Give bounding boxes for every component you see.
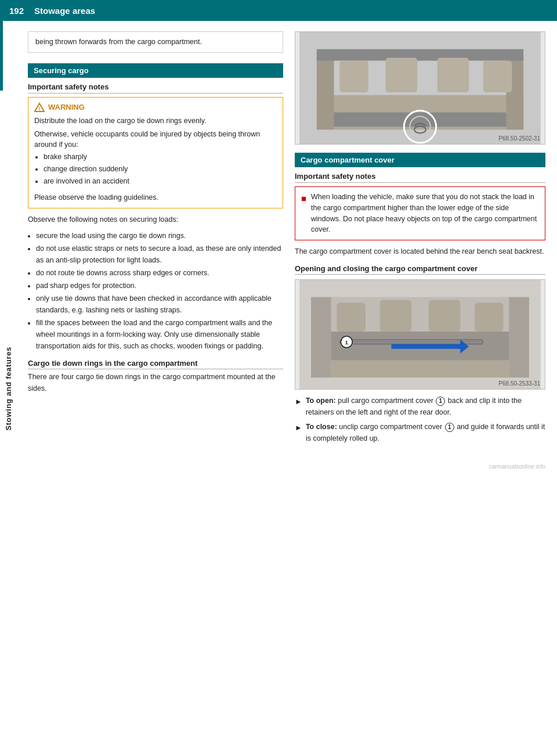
image2-caption: P68.50-2533-31 xyxy=(498,380,540,387)
safety-notes-title: Important safety notes xyxy=(28,82,283,93)
hazard-text: When loading the vehicle, make sure that… xyxy=(311,192,539,235)
hazard-box: ■ When loading the vehicle, make sure th… xyxy=(295,186,545,240)
securing-bullet-1: secure the load using the cargo tie down… xyxy=(36,230,283,242)
top-warning-text: being thrown forwards from the cargo com… xyxy=(35,38,202,46)
svg-rect-24 xyxy=(429,300,460,332)
warning-triangle-icon: ! xyxy=(34,102,45,113)
hazard-row: ■ When loading the vehicle, make sure th… xyxy=(301,192,539,235)
observe-notes-para: Observe the following notes on securing … xyxy=(28,214,283,225)
warning-bullet-list: brake sharply change direction suddenly … xyxy=(44,152,277,186)
right-column: P68.50-2502-31 Cargo compartment cover I… xyxy=(295,31,545,470)
warning-bullet-2: change direction suddenly xyxy=(44,164,277,175)
chapter-title: Stowage areas xyxy=(34,6,95,16)
svg-rect-11 xyxy=(334,113,507,127)
warning-line-guidelines: Please observe the loading guidelines. xyxy=(34,192,277,203)
opening-closing-heading: Opening and closing the cargo compartmen… xyxy=(295,264,545,275)
left-column: being thrown forwards from the cargo com… xyxy=(28,31,283,470)
sidebar-label-text: Stowing and features xyxy=(4,347,13,430)
warning-line-2: Otherwise, vehicle occupants could be in… xyxy=(34,129,277,151)
to-open-instruction: ► To open: pull cargo compartment cover … xyxy=(295,395,545,418)
hazard-icon: ■ xyxy=(301,192,306,235)
svg-rect-20 xyxy=(509,297,529,378)
svg-rect-21 xyxy=(331,361,509,378)
cargo-tie-down-text: There are four cargo tie down rings in t… xyxy=(28,372,283,394)
arrow-right-icon-close: ► xyxy=(295,422,302,444)
cargo-cover-section: Cargo compartment cover Important safety… xyxy=(295,153,545,444)
svg-rect-7 xyxy=(339,60,368,92)
cargo-cover-image: 1 P68.50-2533-31 xyxy=(295,279,545,390)
svg-rect-9 xyxy=(437,58,469,92)
warning-line-1: Distribute the load on the cargo tie dow… xyxy=(34,116,277,127)
svg-rect-8 xyxy=(386,58,417,92)
securing-bullet-4: pad sharp edges for protection. xyxy=(36,280,283,291)
securing-cargo-header: Securing cargo xyxy=(28,63,283,78)
sidebar-label: Stowing and features xyxy=(0,21,16,756)
securing-bullet-2: do not use elastic straps or nets to sec… xyxy=(36,243,283,266)
securing-bullet-6: fill the spaces between the load and the… xyxy=(36,317,283,352)
svg-rect-23 xyxy=(380,300,411,332)
arrow-right-icon-open: ► xyxy=(295,396,302,418)
to-close-instruction: ► To close: unclip cargo compartment cov… xyxy=(295,422,545,444)
circle-num-close: 1 xyxy=(445,423,454,432)
svg-rect-19 xyxy=(311,297,331,378)
to-close-text: To close: unclip cargo compartment cover… xyxy=(306,422,545,444)
svg-rect-4 xyxy=(317,55,334,130)
location-text: The cargo compartment cover is located b… xyxy=(295,246,545,257)
image1-caption: P68.50-2502-31 xyxy=(498,135,540,142)
cargo-cover-safety-title: Important safety notes xyxy=(295,172,545,183)
securing-bullet-3: do not route tie downs across sharp edge… xyxy=(36,267,283,279)
sidebar-accent xyxy=(0,21,3,91)
securing-bullet-5: only use tie downs that have been checke… xyxy=(36,293,283,316)
circle-num-open: 1 xyxy=(436,397,445,406)
warning-title: ! WARNING xyxy=(34,102,277,113)
cargo-cover-header: Cargo compartment cover xyxy=(295,153,545,167)
watermark: carmanualsonline.info xyxy=(489,463,545,470)
to-open-text: To open: pull cargo compartment cover 1 … xyxy=(306,395,545,418)
svg-rect-22 xyxy=(337,303,366,332)
cargo-tie-down-heading: Cargo tie down rings in the cargo compar… xyxy=(28,359,283,369)
warning-label: WARNING xyxy=(48,103,85,111)
warning-bullet-1: brake sharply xyxy=(44,152,277,163)
svg-rect-25 xyxy=(475,303,503,332)
main-content: being thrown forwards from the cargo com… xyxy=(16,21,557,482)
warning-box: ! WARNING Distribute the load on the car… xyxy=(28,97,283,208)
svg-rect-10 xyxy=(483,60,512,92)
cargo-ring-image: P68.50-2502-31 xyxy=(295,31,545,145)
top-warning-box: being thrown forwards from the cargo com… xyxy=(28,31,283,53)
page-number: 192 xyxy=(9,6,24,16)
svg-text:!: ! xyxy=(39,106,41,111)
svg-rect-6 xyxy=(317,49,523,61)
svg-text:1: 1 xyxy=(345,339,349,345)
securing-bullets-list: secure the load using the cargo tie down… xyxy=(36,230,283,352)
warning-bullet-3: are involved in an accident xyxy=(44,176,277,187)
header-bar: 192 Stowage areas xyxy=(0,0,557,21)
